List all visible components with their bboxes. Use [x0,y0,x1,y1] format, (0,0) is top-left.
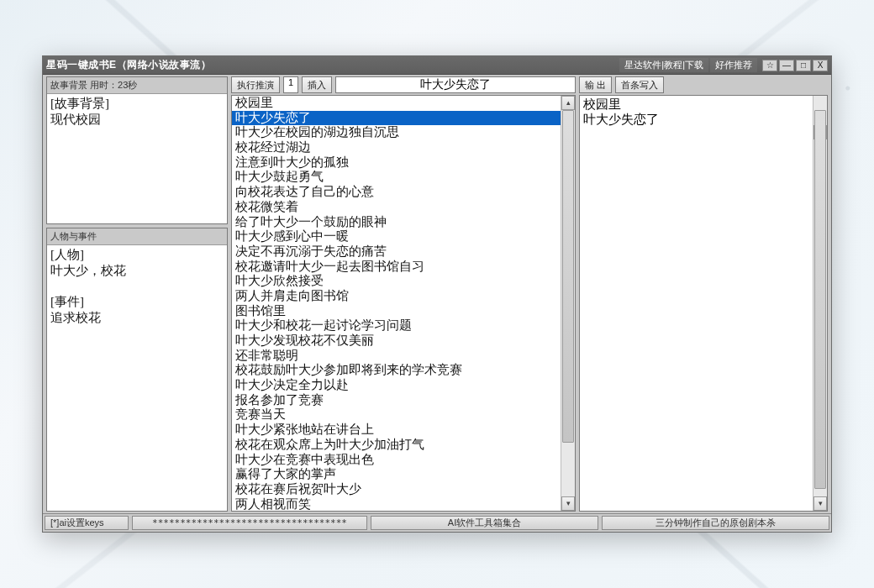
story-line[interactable]: 还非常聪明 [232,349,561,364]
story-line[interactable]: 图书馆里 [232,304,561,319]
seed-input[interactable]: 叶大少失恋了 [335,76,576,93]
mid-toolbar: 执行推演 1 插入 叶大少失恋了 [231,76,576,95]
story-line[interactable]: 叶大少鼓起勇气 [232,170,561,185]
story-line[interactable]: 叶大少紧张地站在讲台上 [232,423,561,438]
story-line[interactable]: 报名参加了竞赛 [232,393,561,408]
scroll-track[interactable] [813,110,827,496]
story-line[interactable]: 叶大少欣然接受 [232,274,561,289]
right-toolbar: 输 出 首条写入 [579,76,828,95]
scroll-track[interactable] [561,110,575,496]
characters-text[interactable]: [人物] 叶大少，校花 [事件] 追求校花 [47,245,227,511]
statusbar: [*]ai设置keys ****************************… [43,513,831,532]
favorite-button[interactable]: ☆ [762,60,777,71]
window-controls: ☆ — □ X [762,60,828,71]
right-column: 输 出 首条写入 校园里 叶大少失恋了 ▴ ▾ [579,76,828,512]
story-line[interactable]: 两人相视而笑 [232,497,561,512]
story-line[interactable]: 校花邀请叶大少一起去图书馆自习 [232,260,561,275]
left-column: 故事背景 用时：23秒 [故事背景] 现代校园 人物与事件 [人物] 叶大少，校… [46,76,228,512]
story-line[interactable]: 叶大少和校花一起讨论学习问题 [232,318,561,333]
story-line[interactable]: 校花在观众席上为叶大少加油打气 [232,438,561,453]
status-ai-keys[interactable]: [*]ai设置keys [45,516,129,530]
close-button[interactable]: X [813,60,828,71]
scrollbar[interactable]: ▴ ▾ [561,96,575,511]
scroll-thumb[interactable] [562,110,574,443]
story-line[interactable]: 校花经过湖边 [232,140,561,155]
app-window: 星码一键成书E（网络小说故事流） 星达软件|教程|下载 好作推荐 ☆ — □ X… [42,55,832,533]
panel-story-background: 故事背景 用时：23秒 [故事背景] 现代校园 [46,76,228,224]
story-line[interactable]: 校园里 [232,96,561,111]
story-line[interactable]: 向校花表达了自己的心意 [232,185,561,200]
scroll-up-icon[interactable]: ▴ [561,96,575,110]
story-line[interactable]: 决定不再沉溺于失恋的痛苦 [232,244,561,260]
story-line[interactable]: 叶大少在校园的湖边独自沉思 [232,125,561,140]
story-list[interactable]: 校园里叶大少失恋了叶大少在校园的湖边独自沉思校花经过湖边注意到叶大少的孤独叶大少… [231,95,576,512]
insert-button[interactable]: 插入 [302,76,332,93]
story-line[interactable]: 注意到叶大少的孤独 [232,155,561,171]
story-line[interactable]: 叶大少发现校花不仅美丽 [232,333,561,349]
story-line[interactable]: 两人并肩走向图书馆 [232,289,561,304]
panel-characters-events: 人物与事件 [人物] 叶大少，校花 [事件] 追求校花 [46,228,228,512]
maximize-button[interactable]: □ [796,60,811,71]
story-line[interactable]: 校花鼓励叶大少参加即将到来的学术竞赛 [232,363,561,378]
run-count-field[interactable]: 1 [283,76,298,93]
title-link-1[interactable]: 星达软件|教程|下载 [619,58,708,72]
scroll-thumb[interactable] [814,110,826,489]
output-button[interactable]: 输 出 [579,76,612,93]
content-area: 故事背景 用时：23秒 [故事背景] 现代校园 人物与事件 [人物] 叶大少，校… [43,75,831,513]
story-line[interactable]: 给了叶大少一个鼓励的眼神 [232,215,561,230]
app-title: 星码一键成书E（网络小说故事流） [46,58,619,72]
scroll-down-icon[interactable]: ▾ [813,496,827,511]
story-line[interactable]: 校花在赛后祝贺叶大少 [232,482,561,497]
status-masked-key: *********************************** [132,516,367,530]
story-line[interactable]: 叶大少感到心中一暖 [232,229,561,244]
scrollbar-right[interactable]: ▴ ▾ [813,96,827,511]
output-text[interactable]: 校园里 叶大少失恋了 ▴ ▾ [579,95,828,512]
run-inference-button[interactable]: 执行推演 [231,76,280,93]
status-toolbox-link[interactable]: AI软件工具箱集合 [371,516,598,530]
title-links: 星达软件|教程|下载 好作推荐 [619,58,757,72]
story-line[interactable]: 叶大少决定全力以赴 [232,378,561,393]
middle-column: 执行推演 1 插入 叶大少失恋了 校园里叶大少失恋了叶大少在校园的湖边独自沉思校… [231,76,576,512]
status-tutorial-link[interactable]: 三分钟制作自己的原创剧本杀 [602,516,829,530]
titlebar: 星码一键成书E（网络小说故事流） 星达软件|教程|下载 好作推荐 ☆ — □ X [43,56,831,75]
panel-header-characters: 人物与事件 [47,228,227,245]
story-line[interactable]: 校花微笑着 [232,200,561,215]
story-line[interactable]: 叶大少失恋了 [232,111,561,126]
scroll-down-icon[interactable]: ▾ [561,496,575,511]
panel-header-background: 故事背景 用时：23秒 [47,77,227,94]
first-write-button[interactable]: 首条写入 [615,76,664,93]
minimize-button[interactable]: — [779,60,794,71]
title-link-2[interactable]: 好作推荐 [710,58,757,72]
background-text[interactable]: [故事背景] 现代校园 [47,94,227,223]
story-line[interactable]: 叶大少在竞赛中表现出色 [232,453,561,468]
story-line[interactable]: 赢得了大家的掌声 [232,467,561,482]
story-line[interactable]: 竞赛当天 [232,407,561,423]
